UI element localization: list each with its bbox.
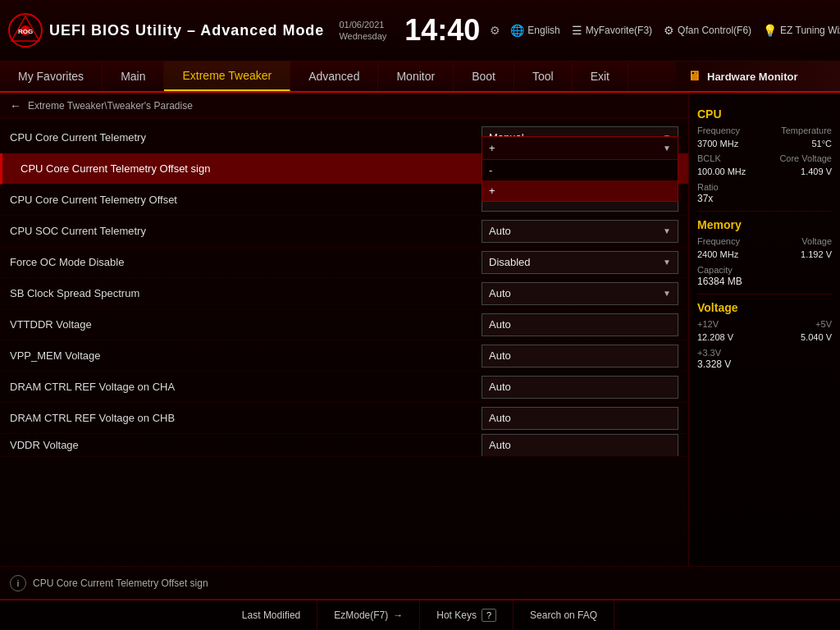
setting-row-force-oc[interactable]: Force OC Mode Disable Disabled ▼ bbox=[0, 247, 688, 278]
ez-mode-item[interactable]: EzMode(F7) → bbox=[317, 600, 420, 630]
ez-mode-label: EzMode(F7) bbox=[334, 609, 388, 621]
vpp-mem-dropdown[interactable]: Auto bbox=[482, 345, 678, 368]
setting-row-vddr[interactable]: VDDR Voltage Auto bbox=[0, 434, 688, 457]
cpu-frequency-value: 3700 MHz bbox=[697, 139, 738, 148]
nav-boot[interactable]: Boot bbox=[454, 62, 514, 91]
memory-freq-row-labels: Frequency Voltage bbox=[697, 236, 832, 246]
cpu-section-title: CPU bbox=[697, 107, 832, 121]
ez-tuning-tool[interactable]: 💡 EZ Tuning Wizard(F11) bbox=[763, 24, 840, 37]
offset-option-minus[interactable]: - bbox=[482, 160, 678, 180]
v12-row-values: 12.208 V 5.040 V bbox=[697, 332, 832, 342]
cpu-soc-telemetry-dropdown[interactable]: Auto ▼ bbox=[482, 220, 678, 243]
plus33v-value: 3.328 V bbox=[697, 358, 731, 370]
last-modified-label: Last Modified bbox=[242, 609, 300, 621]
v33-row-label: +3.3V bbox=[697, 347, 832, 358]
vttddr-value: Auto bbox=[489, 318, 511, 331]
force-oc-dropdown[interactable]: Disabled ▼ bbox=[482, 251, 678, 274]
breadcrumb-path: Extreme Tweaker\Tweaker's Paradise bbox=[28, 100, 193, 112]
vttddr-dropdown[interactable]: Auto bbox=[482, 313, 678, 336]
offset-options-list: - + bbox=[482, 160, 678, 201]
offset-sign-selected: + ▼ bbox=[482, 137, 678, 160]
nav-tool[interactable]: Tool bbox=[514, 62, 573, 91]
setting-control-cpu-soc-telemetry: Auto ▼ bbox=[482, 220, 678, 243]
breadcrumb: ← Extreme Tweaker\Tweaker's Paradise bbox=[0, 93, 688, 119]
settings-icon[interactable]: ⚙ bbox=[490, 24, 500, 37]
hot-keys-item[interactable]: Hot Keys ? bbox=[420, 600, 514, 630]
setting-control-vpp-mem: Auto bbox=[482, 345, 678, 368]
setting-row-vttddr[interactable]: VTTDDR Voltage Auto bbox=[0, 309, 688, 340]
monitor-icon: 🖥 bbox=[687, 69, 701, 84]
memory-voltage-label: Voltage bbox=[801, 236, 832, 246]
voltage-section-title: Voltage bbox=[697, 301, 832, 314]
setting-control-vddr: Auto bbox=[482, 434, 678, 457]
rog-logo: ROG bbox=[8, 13, 43, 48]
setting-label-vddr: VDDR Voltage bbox=[10, 439, 482, 451]
offset-option-plus[interactable]: + bbox=[482, 180, 678, 201]
nav-extreme-tweaker[interactable]: Extreme Tweaker bbox=[164, 62, 290, 91]
dram-cha-value: Auto bbox=[489, 381, 511, 393]
capacity-label: Capacity bbox=[697, 265, 733, 275]
bulb-icon: 💡 bbox=[763, 24, 777, 37]
setting-label-cpu-core-telemetry: CPU Core Current Telemetry bbox=[10, 131, 482, 144]
setting-label-offset-sign: CPU Core Current Telemetry Offset sign bbox=[12, 162, 482, 175]
info-bar: i CPU Core Current Telemetry Offset sign bbox=[0, 566, 840, 599]
dram-chb-dropdown[interactable]: Auto bbox=[482, 407, 678, 430]
plus12v-value: 12.208 V bbox=[697, 332, 733, 342]
last-modified-item[interactable]: Last Modified bbox=[226, 600, 317, 630]
memory-freq-row-values: 2400 MHz 1.192 V bbox=[697, 249, 832, 259]
main-area: ← Extreme Tweaker\Tweaker's Paradise CPU… bbox=[0, 93, 840, 566]
cpu-frequency-label: Frequency bbox=[697, 126, 740, 135]
setting-control-offset-sign: + ▼ - + bbox=[482, 136, 678, 202]
ratio-label: Ratio bbox=[697, 182, 719, 192]
sb-clock-dropdown[interactable]: Auto ▼ bbox=[482, 282, 678, 305]
sb-clock-dropdown-arrow: ▼ bbox=[663, 289, 671, 298]
logo-area: ROG UEFI BIOS Utility – Advanced Mode bbox=[8, 13, 324, 48]
nav-main[interactable]: Main bbox=[103, 62, 164, 91]
capacity-value: 16384 MB bbox=[697, 276, 742, 287]
memory-frequency-label: Frequency bbox=[697, 236, 740, 246]
setting-control-dram-chb: Auto bbox=[482, 407, 678, 430]
ez-tuning-label: EZ Tuning Wizard(F11) bbox=[780, 25, 840, 36]
language-tool[interactable]: 🌐 English bbox=[510, 24, 559, 37]
setting-row-offset-sign[interactable]: CPU Core Current Telemetry Offset sign +… bbox=[0, 153, 688, 185]
plus5v-value: 5.040 V bbox=[801, 332, 832, 342]
cpu-temperature-label: Temperature bbox=[781, 126, 832, 135]
bclk-value: 100.00 MHz bbox=[697, 167, 746, 176]
vddr-dropdown[interactable]: Auto bbox=[482, 434, 678, 457]
setting-row-dram-chb[interactable]: DRAM CTRL REF Voltage on CHB Auto bbox=[0, 403, 688, 434]
cpu-soc-telemetry-value: Auto bbox=[489, 225, 511, 237]
ratio-value: 37x bbox=[697, 193, 713, 204]
myfavorite-tool[interactable]: ☰ MyFavorite(F3) bbox=[572, 24, 652, 37]
qfan-tool[interactable]: ⚙ Qfan Control(F6) bbox=[664, 24, 751, 37]
nav-my-favorites[interactable]: My Favorites bbox=[0, 62, 103, 91]
setting-label-cpu-core-offset: CPU Core Current Telemetry Offset bbox=[10, 194, 482, 206]
footer-bar: Last Modified EzMode(F7) → Hot Keys ? Se… bbox=[0, 599, 840, 630]
setting-row-dram-cha[interactable]: DRAM CTRL REF Voltage on CHA Auto bbox=[0, 372, 688, 403]
nav-exit[interactable]: Exit bbox=[573, 62, 628, 91]
header-bar: ROG UEFI BIOS Utility – Advanced Mode 01… bbox=[0, 0, 840, 62]
memory-voltage-value: 1.192 V bbox=[801, 249, 832, 259]
setting-row-cpu-soc-telemetry[interactable]: CPU SOC Current Telemetry Auto ▼ bbox=[0, 216, 688, 247]
nav-advanced[interactable]: Advanced bbox=[290, 62, 378, 91]
setting-label-vttddr: VTTDDR Voltage bbox=[10, 318, 482, 331]
offset-sign-dropdown[interactable]: + ▼ - + bbox=[482, 136, 678, 202]
nav-monitor[interactable]: Monitor bbox=[378, 62, 454, 91]
hot-keys-key: ? bbox=[482, 609, 496, 622]
memory-section-title: Memory bbox=[697, 218, 832, 231]
setting-label-sb-clock: SB Clock Spread Spectrum bbox=[10, 287, 482, 299]
dram-cha-dropdown[interactable]: Auto bbox=[482, 376, 678, 399]
hot-keys-label: Hot Keys bbox=[436, 609, 477, 621]
setting-control-force-oc: Disabled ▼ bbox=[482, 251, 678, 274]
nav-bar: My Favorites Main Extreme Tweaker Advanc… bbox=[0, 62, 840, 93]
bclk-row-values: 100.00 MHz 1.409 V bbox=[697, 167, 832, 176]
breadcrumb-back-button[interactable]: ← bbox=[10, 99, 21, 112]
dram-chb-value: Auto bbox=[489, 412, 511, 424]
setting-row-sb-clock[interactable]: SB Clock Spread Spectrum Auto ▼ bbox=[0, 278, 688, 309]
offset-sign-value: + bbox=[489, 142, 495, 154]
bclk-row-labels: BCLK Core Voltage bbox=[697, 153, 832, 163]
globe-icon: 🌐 bbox=[510, 24, 524, 37]
cpu-frequency-row: Frequency Temperature bbox=[697, 126, 832, 135]
core-voltage-label: Core Voltage bbox=[779, 153, 832, 163]
search-faq-item[interactable]: Search on FAQ bbox=[514, 600, 614, 630]
setting-row-vpp-mem[interactable]: VPP_MEM Voltage Auto bbox=[0, 340, 688, 372]
